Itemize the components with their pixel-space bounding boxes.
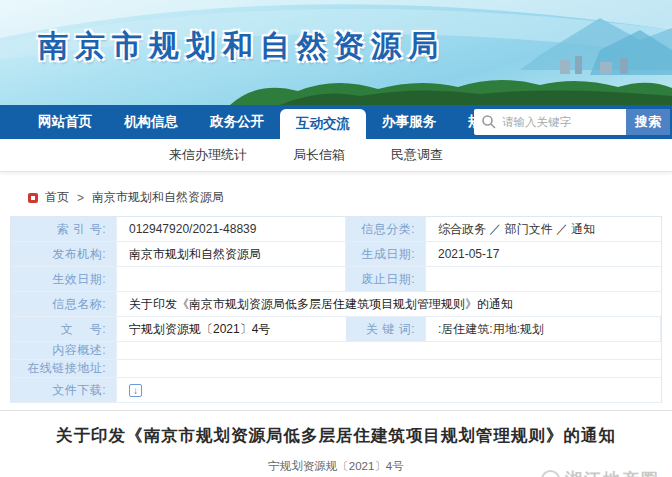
breadcrumb-separator: > <box>77 191 84 205</box>
field-value-doc-number: 宁规划资源规〔2021〕4号 <box>117 317 346 342</box>
subnav-item-director-mailbox[interactable]: 局长信箱 <box>293 146 345 164</box>
nav-tab-interaction[interactable]: 互动交流 <box>280 109 366 139</box>
watermark-text: 湘江地产圈 <box>565 468 660 477</box>
download-icon[interactable]: ↓ <box>129 384 142 397</box>
field-label-expiry-date: 废止日期: <box>346 267 426 292</box>
field-value-file-download: ↓ <box>117 378 661 403</box>
home-icon <box>28 193 38 203</box>
field-label-file-download: 文件下载: <box>11 378 117 403</box>
field-label-keywords: 关 键 词: <box>346 317 426 342</box>
field-value-creation-date: 2021-05-17 <box>426 242 661 267</box>
field-value-online-link <box>117 360 661 378</box>
nav-tab-org-info[interactable]: 机构信息 <box>108 105 194 139</box>
field-label-doc-number: 文 号: <box>11 317 117 342</box>
document-section: 关于印发《南京市规划资源局低多层居住建筑项目规划管理规则》的通知 宁规划资源规〔… <box>0 411 672 477</box>
subnav-item-opinion-survey[interactable]: 民意调查 <box>391 146 443 164</box>
field-value-keywords: :居住建筑:用地:规划 <box>426 317 661 342</box>
watermark: 湘江地产圈 <box>541 468 660 477</box>
field-label-info-category: 信息分类: <box>346 217 426 242</box>
field-label-issuing-agency: 发布机构: <box>11 242 117 267</box>
field-value-info-category: 综合政务 ／ 部门文件 ／ 通知 <box>426 217 661 242</box>
nav-tab-gov-affairs[interactable]: 政务公开 <box>194 105 280 139</box>
search-icon <box>481 114 497 130</box>
field-label-info-name: 信息名称: <box>11 292 117 317</box>
subnav-item-letter-stats[interactable]: 来信办理统计 <box>169 146 247 164</box>
field-label-online-link: 在线链接地址: <box>11 360 117 378</box>
search-button[interactable]: 搜索 <box>626 109 670 135</box>
field-label-content-summary: 内容概述: <box>11 342 117 360</box>
field-label-effective-date: 生效日期: <box>11 267 117 292</box>
nav-tab-services[interactable]: 办事服务 <box>366 105 452 139</box>
watermark-logo-icon <box>541 470 560 477</box>
field-value-index-number: 012947920/2021-48839 <box>117 217 346 242</box>
field-label-index-number: 索 引 号: <box>11 217 117 242</box>
main-nav: 网站首页 机构信息 政务公开 互动交流 办事服务 规划编制 搜索 <box>0 105 672 139</box>
search-area: 搜索 <box>474 109 670 135</box>
site-title: 南京市规划和自然资源局 <box>38 26 445 67</box>
field-label-creation-date: 生成日期: <box>346 242 426 267</box>
breadcrumb-home[interactable]: 首页 <box>45 189 69 206</box>
field-value-content-summary <box>117 342 661 360</box>
field-value-effective-date <box>117 267 346 292</box>
nav-tab-home[interactable]: 网站首页 <box>22 105 108 139</box>
document-info-table: 索 引 号: 012947920/2021-48839 信息分类: 综合政务 ／… <box>10 216 662 403</box>
breadcrumb: 首页 > 南京市规划和自然资源局 <box>28 189 672 206</box>
field-value-info-name: 关于印发《南京市规划资源局低多层居住建筑项目规划管理规则》的通知 <box>117 292 661 317</box>
field-value-expiry-date <box>426 267 661 292</box>
breadcrumb-current[interactable]: 南京市规划和自然资源局 <box>92 189 224 206</box>
field-value-issuing-agency: 南京市规划和自然资源局 <box>117 242 346 267</box>
document-title: 关于印发《南京市规划资源局低多层居住建筑项目规划管理规则》的通知 <box>0 425 672 447</box>
sub-nav: 来信办理统计 局长信箱 民意调查 <box>0 139 672 172</box>
search-box <box>474 109 626 135</box>
site-banner: 南京市规划和自然资源局 <box>0 0 672 105</box>
